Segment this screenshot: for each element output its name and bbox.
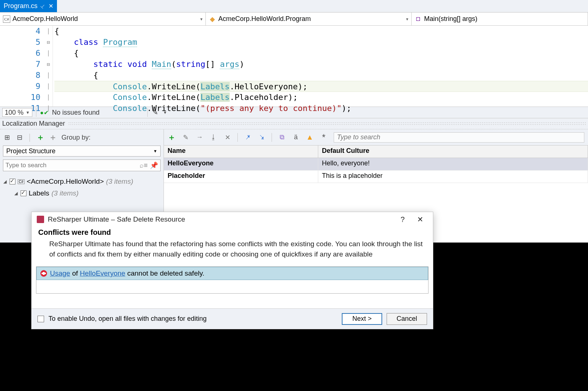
csharp-project-icon: C# [18,179,25,184]
namespace-dropdown[interactable]: C# AcmeCorp.HelloWorld ▾ [0,12,206,25]
class-dropdown[interactable]: ◆ AcmeCorp.HelloWorld.Program ▾ [206,12,412,25]
reference-link[interactable]: HelloEveryone [80,269,125,277]
add-icon[interactable]: ＋ [36,133,44,141]
cancel-button[interactable]: Cancel [387,313,427,325]
dialog-title: ReSharper Ultimate – Safe Delete Resourc… [48,215,185,223]
left-toolbar: ⊞ ⊟ │ ＋ ＋ Group by: [0,129,164,146]
localization-manager-header: Localization Manager [0,118,588,129]
asterisk-icon[interactable]: * [320,133,328,141]
tab-title: Program.cs [4,2,37,10]
safe-delete-dialog: ReSharper Ultimate – Safe Delete Resourc… [31,212,433,329]
add-disabled-icon: ＋ [49,133,57,141]
labels-item-count: (3 items) [51,189,79,197]
member-label: Main(string[] args) [424,15,477,23]
import2-icon[interactable]: ⭸ [258,133,266,141]
help-button[interactable]: ? [396,215,409,224]
pin-icon[interactable]: ⟂ [41,3,45,10]
dialog-description: ReSharper Ultimate has found that the re… [38,239,426,259]
csharp-icon: C# [3,15,10,23]
dialog-heading: Conflicts were found [38,228,426,237]
col-name-header[interactable]: Name [164,146,318,158]
left-search-input[interactable] [6,162,137,169]
right-search[interactable] [334,132,584,143]
delete-icon[interactable]: ✕ [223,133,232,141]
checkbox[interactable] [10,179,15,184]
resource-value: Hello, everyone! [318,158,588,170]
resource-row[interactable]: HelloEveryone Hello, everyone! [164,158,588,171]
group-by-label: Group by: [61,134,90,141]
expand-icon[interactable]: ◢ [13,191,18,196]
tree-project-node[interactable]: ◢ C# <AcmeCorp.HelloWorld> (3 items) [2,176,161,187]
grouping-value: Project Structure [6,147,55,155]
undo-checkbox[interactable] [37,316,44,322]
left-search[interactable]: ⌕≡ 📌 [3,159,161,171]
code-editor[interactable]: 4 5 6 7 8 9 10 11 │ ⊟ │ ⊟ │ │ │ │ { clas… [0,26,588,107]
conflict-item[interactable]: Usage of HelloEveryone cannot be deleted… [36,267,428,280]
dialog-titlebar[interactable]: ReSharper Ultimate – Safe Delete Resourc… [32,212,433,227]
right-toolbar: ＋ ✎ → ⭳ ✕ ⭷ ⭸ ⧉ ä ▲ * [164,129,588,146]
collapse-all-icon[interactable]: ⊟ [15,133,24,141]
right-search-input[interactable] [337,133,581,141]
next-button[interactable]: Next > [342,313,382,325]
error-icon [40,270,47,277]
close-icon[interactable]: ✕ [49,3,53,10]
chevron-down-icon: ▼ [26,110,30,115]
warning-icon[interactable]: ▲ [306,133,314,141]
fold-toggle[interactable]: ⊟ [44,37,53,48]
conflict-list: Usage of HelloEveryone cannot be deleted… [36,266,429,294]
close-button[interactable]: ✕ [413,215,428,224]
undo-label: To enable Undo, open all files with chan… [49,315,207,323]
resource-row[interactable]: Placeholder This is a placeholder [164,171,588,183]
fold-gutter: │ ⊟ │ ⊟ │ │ │ │ [44,26,53,107]
expand-all-icon[interactable]: ⊞ [3,133,11,141]
namespace-label: AcmeCorp.HelloWorld [12,15,78,23]
project-tree[interactable]: ◢ C# <AcmeCorp.HelloWorld> (3 items) ◢ L… [0,174,164,201]
export-icon[interactable]: ⭷ [244,133,252,141]
goto-icon[interactable]: → [196,133,204,141]
check-icon: ●✔ [40,109,49,116]
edit-icon[interactable]: ✎ [182,133,190,141]
vs-icon[interactable]: ⧉ [278,133,286,141]
expand-icon[interactable]: ◢ [2,179,7,184]
import-icon[interactable]: ⭳ [209,133,218,141]
navigation-bar: C# AcmeCorp.HelloWorld ▾ ◆ AcmeCorp.Hell… [0,12,588,26]
tree-labels-node[interactable]: ◢ Labels (3 items) [2,187,161,199]
dialog-footer: To enable Undo, open all files with chan… [32,308,433,329]
document-tab-bar: Program.cs ⟂ ✕ [0,0,588,12]
chevron-down-icon: ▾ [406,17,408,22]
panel-title: Localization Manager [2,120,65,128]
search-options-icon[interactable]: ⌕≡ [140,161,148,169]
code-area[interactable]: { class Program { static void Main(strin… [53,26,588,107]
chevron-down-icon: ▼ [153,149,157,153]
line-number-gutter: 4 5 6 7 8 9 10 11 [0,26,44,107]
project-item-count: (3 items) [106,177,133,186]
resharper-icon [37,216,44,223]
add-resource-icon[interactable]: ＋ [168,133,176,141]
class-icon: ◆ [209,15,216,23]
method-icon: ◘ [415,15,422,23]
document-tab-program-cs[interactable]: Program.cs ⟂ ✕ [0,0,57,12]
resource-grid-header: Name Default Culture [164,146,588,158]
class-label: AcmeCorp.HelloWorld.Program [218,15,311,23]
zoom-value: 100 % [5,109,24,116]
resource-name: Placeholder [164,171,318,183]
member-dropdown[interactable]: ◘ Main(string[] args) [412,12,588,25]
checkbox[interactable] [21,190,26,196]
resource-name: HelloEveryone [164,158,318,170]
col-value-header[interactable]: Default Culture [318,146,588,158]
labels-name: Labels [29,189,49,197]
resource-value: This is a placeholder [318,171,588,183]
grouping-dropdown[interactable]: Project Structure ▼ [3,146,161,157]
chevron-down-icon: ▾ [200,17,202,22]
umlaut-icon[interactable]: ä [292,133,300,141]
fold-toggle[interactable]: ⊟ [44,59,53,70]
conflict-empty-row [36,280,428,293]
pin-icon[interactable]: 📌 [150,161,158,169]
usage-link[interactable]: Usage [50,269,70,277]
zoom-dropdown[interactable]: 100 % ▼ [2,108,32,117]
panel-gripper[interactable] [68,122,586,126]
project-name: <AcmeCorp.HelloWorld> [27,177,104,186]
